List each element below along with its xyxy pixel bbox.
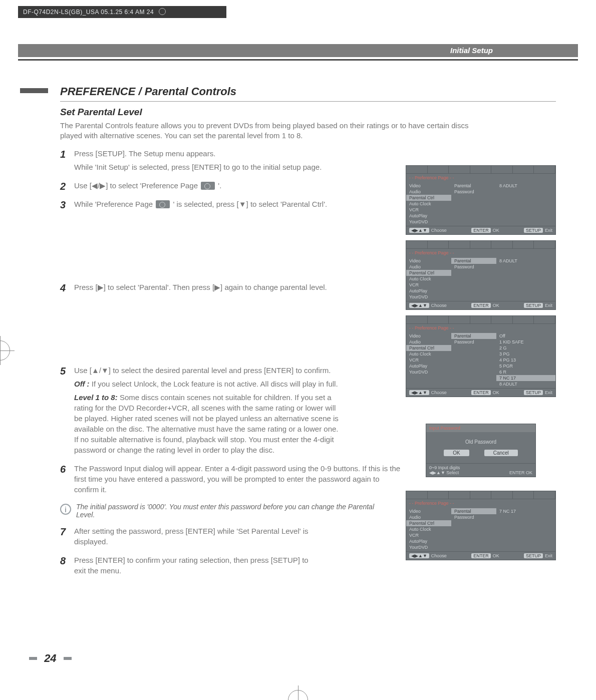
header-band: Initial Setup	[18, 44, 578, 57]
step-3: While 'Preference Page ' is selected, pr…	[60, 199, 341, 274]
osd-screenshot-3: - - Preference Page - - Video Audio Pare…	[406, 315, 556, 397]
header-rule	[18, 59, 578, 61]
pw-title: Input Password	[426, 424, 535, 432]
step-8: Press [ENTER] to confirm your rating sel…	[60, 555, 321, 615]
preference-page-icon	[201, 182, 215, 190]
osd-password-dialog: Input Password Old Password OK Cancel 0~…	[426, 424, 536, 477]
step-5-text: Use [▲/▼] to select the desired parental…	[74, 366, 331, 375]
page-title: PREFERENCE / Parental Controls	[60, 85, 556, 102]
step-7: After setting the password, press [ENTER…	[60, 526, 321, 547]
osd-screenshot-2: - - Preference Page - - Video Audio Pare…	[406, 240, 556, 310]
registration-mark-icon	[159, 8, 166, 15]
step-8-text: Press [ENTER] to confirm your rating sel…	[74, 556, 309, 575]
registration-mark-icon	[288, 690, 308, 700]
info-text: The initial password is '0000'. You must…	[76, 503, 381, 519]
osd-tabs	[406, 166, 555, 174]
osd-footer: ◀▶▲▼Choose ENTEROK SETUPExit	[406, 226, 555, 234]
info-note: The initial password is '0000'. You must…	[60, 503, 381, 519]
off-label: Off :	[74, 380, 90, 388]
osd-screenshot-1: - - Preference Page - - Video Audio Pare…	[406, 165, 556, 235]
osd-mid-menu: Parental Password	[451, 182, 496, 226]
section-label: Initial Setup	[450, 44, 493, 57]
osd-levels: Off 1 KID SAFE 2 G 3 PG 4 PG 13 5 PGR 6 …	[496, 332, 555, 388]
pw-footer: 0~9 Input digits ◀▶▲▼ SelectENTER OK	[426, 463, 535, 477]
print-header: DF-Q74D2N-LS(GB)_USA 05.1.25 6:4 AM 24	[18, 6, 226, 18]
step-3-b: ' is selected, press [▼] to select 'Pare…	[173, 200, 327, 208]
step-4: Press [▶] to select 'Parental'. Then pre…	[60, 282, 341, 357]
subhead: Set Parental Level	[60, 107, 556, 118]
arrows-icon: ◀▶▲▼	[409, 228, 429, 233]
step-1-b: While 'Init Setup' is selected, press [E…	[74, 162, 341, 172]
level-label: Level 1 to 8:	[74, 393, 118, 402]
preference-page-icon	[156, 200, 170, 208]
step-7-text: After setting the password, press [ENTER…	[74, 527, 309, 546]
pw-ok-button[interactable]: OK	[444, 450, 469, 456]
setup-key: SETUP	[524, 228, 543, 233]
step-6: The Password Input dialog will appear. E…	[60, 463, 401, 495]
intro-text: The Parental Controls feature allows you…	[60, 121, 481, 141]
content-area: PREFERENCE / Parental Controls Set Paren…	[60, 85, 556, 623]
arrows-icon: ◀▶▲▼	[429, 470, 445, 475]
step-5: Use [▲/▼] to select the desired parental…	[60, 365, 341, 455]
step-1-a: Press [SETUP]. The Setup menu appears.	[74, 149, 215, 158]
step-1: Press [SETUP]. The Setup menu appears. W…	[60, 148, 341, 172]
enter-key: ENTER	[471, 228, 491, 233]
print-header-text: DF-Q74D2N-LS(GB)_USA 05.1.25 6:4 AM 24	[23, 9, 154, 16]
info-icon	[60, 504, 71, 515]
step-6-text: The Password Input dialog will appear. E…	[74, 464, 400, 494]
step-2: Use [◀/▶] to select 'Preference Page '.	[60, 180, 341, 191]
step-3-a: While 'Preference Page	[74, 200, 155, 208]
osd-screenshot-4: - - Preference Page - - Video Audio Pare…	[406, 491, 556, 560]
osd-crumb: - - Preference Page - -	[406, 174, 555, 182]
pw-old-label: Old Password	[465, 439, 496, 445]
step-2-a: Use [◀/▶] to select 'Preference Page	[74, 181, 200, 190]
level-text: Some discs contain scenes not suitable f…	[74, 393, 339, 454]
page-number: 24	[29, 652, 72, 665]
step-2-b: '.	[218, 181, 221, 190]
title-bar-mark	[20, 88, 48, 93]
step-5-body: Off : If you select Unlock, the Lock fea…	[74, 379, 341, 455]
digits-key: 0~9	[429, 465, 437, 470]
pw-cancel-button[interactable]: Cancel	[484, 450, 518, 456]
off-text: If you select Unlock, the Lock feature i…	[92, 380, 338, 388]
registration-mark-icon	[0, 340, 10, 361]
step-4-text: Press [▶] to select 'Parental'. Then pre…	[74, 283, 327, 291]
osd-left-menu: Video Audio Parental Ctrl Auto Clock VCR…	[406, 182, 451, 226]
osd-value: 8 ADULT	[496, 182, 555, 226]
